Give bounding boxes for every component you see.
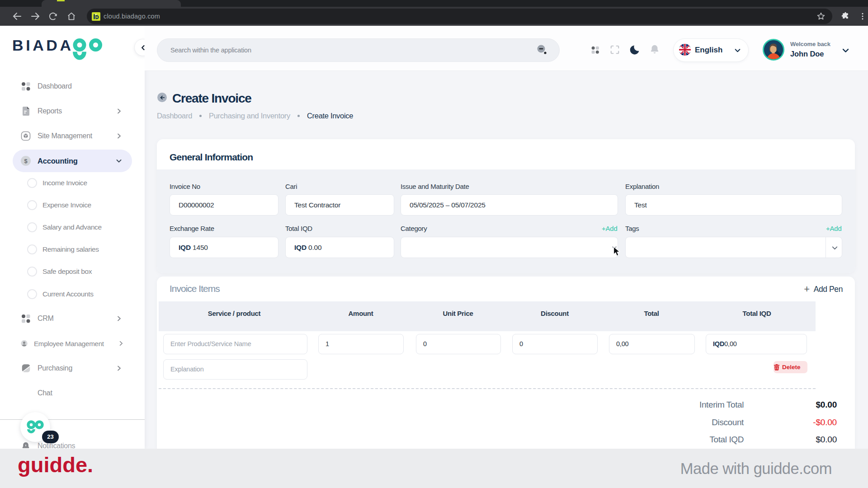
svg-text:BIADA: BIADA <box>12 38 74 54</box>
svg-text:$: $ <box>24 158 28 164</box>
